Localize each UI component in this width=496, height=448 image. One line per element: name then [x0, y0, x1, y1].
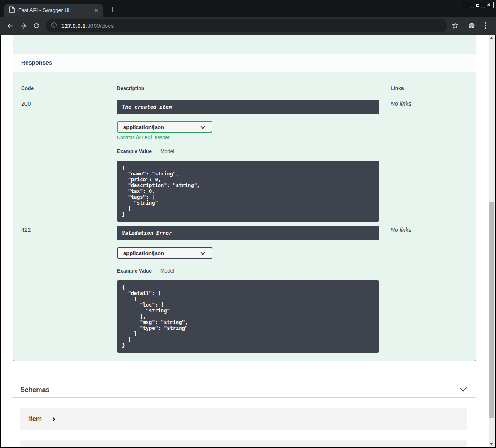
page-document-icon	[9, 6, 15, 15]
media-type-select[interactable]: application/json	[117, 121, 212, 133]
page-content: Responses Code Description Links 200 The…	[1, 35, 495, 447]
responses-table-header: Code Description Links	[21, 80, 467, 96]
responses-top-spacer	[13, 35, 476, 53]
site-info-icon[interactable]	[51, 22, 57, 30]
new-tab-button[interactable]: +	[107, 5, 118, 16]
schema-validationerror-card[interactable]: ValidationError	[20, 440, 467, 447]
example-model-tabs: Example Value Model	[117, 148, 391, 154]
url-host: 127.0.0.1	[61, 23, 85, 29]
response-row-200: 200 The created item application/json Co…	[21, 96, 467, 226]
response-description: The created item	[117, 100, 379, 114]
response-row-422: 422 Validation Error application/json Ex…	[21, 226, 467, 361]
chevron-down-icon	[200, 124, 205, 129]
col-header-links: Links	[391, 85, 467, 91]
back-button[interactable]	[6, 22, 14, 30]
window-minimize-button[interactable]	[462, 2, 471, 8]
responses-table: Code Description Links 200 The created i…	[21, 80, 467, 361]
window-maximize-button[interactable]	[473, 2, 482, 8]
chevron-right-icon	[51, 417, 55, 421]
schema-name: Item	[28, 415, 42, 423]
window-close-button[interactable]: ✕	[484, 2, 494, 8]
scrollbar-up-arrow[interactable]	[490, 37, 493, 39]
example-json-block: { "name": "string", "price": 0, "descrip…	[117, 161, 379, 222]
schemas-section: Schemas Item ValidationError	[12, 382, 476, 447]
chevron-down-icon[interactable]	[459, 386, 467, 394]
response-links: No links	[391, 226, 467, 361]
tab-separator	[156, 268, 156, 274]
schemas-header[interactable]: Schemas	[12, 382, 476, 398]
chevron-down-icon	[200, 250, 205, 255]
example-json-block: { "detail": [ { "loc": [ "string" ], "ms…	[117, 280, 379, 353]
maximize-icon	[476, 4, 479, 7]
schemas-title: Schemas	[20, 386, 49, 394]
response-description-cell: Validation Error application/json Exampl…	[117, 226, 391, 361]
vertical-scrollbar[interactable]	[489, 35, 495, 447]
tab-model[interactable]: Model	[160, 268, 174, 274]
close-icon: ✕	[487, 3, 490, 7]
address-bar[interactable]: 127.0.0.1:8000/docs	[46, 19, 447, 32]
accept-note-code: Accept	[136, 134, 153, 140]
browser-tab[interactable]: Fast API - Swagger UI ✕	[4, 4, 103, 17]
col-header-code: Code	[21, 85, 117, 91]
tab-example-value[interactable]: Example Value	[117, 149, 152, 154]
incognito-icon	[467, 21, 476, 32]
browser-titlebar: Fast API - Swagger UI ✕ + ✕	[0, 0, 496, 17]
response-description: Validation Error	[117, 226, 379, 240]
response-code: 422	[21, 226, 117, 361]
bookmark-star-icon[interactable]	[451, 22, 459, 31]
col-header-description: Description	[117, 85, 391, 91]
accept-note-suffix: header.	[153, 135, 171, 140]
tab-close-icon[interactable]: ✕	[92, 7, 100, 14]
example-model-tabs: Example Value Model	[117, 268, 391, 274]
tab-example-value[interactable]: Example Value	[117, 268, 152, 274]
browser-toolbar: 127.0.0.1:8000/docs	[0, 17, 496, 35]
responses-header: Responses	[13, 53, 476, 72]
media-type-select[interactable]: application/json	[117, 247, 212, 259]
window-controls: ✕	[462, 2, 494, 8]
response-description-cell: The created item application/json Contro…	[117, 100, 391, 226]
url-text: 127.0.0.1:8000/docs	[61, 23, 114, 29]
media-type-value: application/json	[123, 250, 164, 256]
reload-button[interactable]	[33, 22, 41, 30]
accept-note-prefix: Controls	[117, 135, 136, 140]
media-type-value: application/json	[123, 124, 164, 130]
schema-item-card[interactable]: Item	[20, 408, 467, 430]
tab-title: Fast API - Swagger UI	[18, 7, 92, 13]
tab-model[interactable]: Model	[160, 149, 174, 154]
response-code: 200	[21, 100, 117, 226]
url-path: :8000/docs	[85, 23, 114, 29]
scrollbar-down-arrow[interactable]	[490, 443, 493, 445]
forward-button[interactable]	[19, 22, 27, 30]
accept-header-note: Controls Accept header.	[117, 134, 391, 140]
browser-menu-icon[interactable]	[484, 22, 488, 31]
responses-section: Responses Code Description Links 200 The…	[13, 35, 476, 361]
response-links: No links	[391, 100, 467, 226]
swagger-ui: Responses Code Description Links 200 The…	[13, 35, 476, 447]
scrollbar-thumb[interactable]	[489, 202, 494, 418]
tab-separator	[156, 148, 156, 154]
minimize-icon	[464, 5, 469, 5]
